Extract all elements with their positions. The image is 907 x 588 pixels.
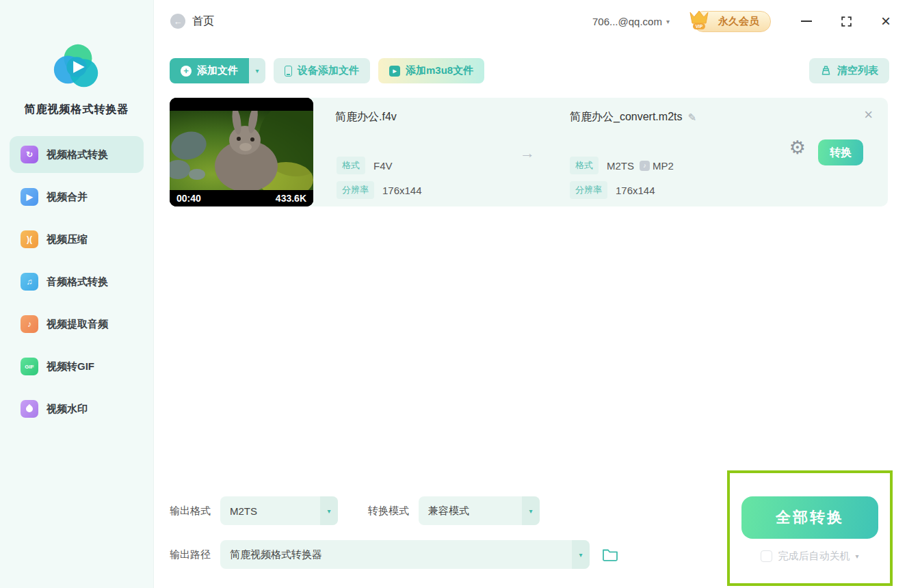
- fullscreen-icon: [841, 16, 852, 27]
- thumbnail-meta: 00:40 433.6K: [176, 193, 306, 204]
- chevron-down-icon: ▾: [320, 496, 338, 525]
- toolbar: + 添加文件 ▾ 设备添加文件 ▸ 添加m3u8文件 清空列表: [170, 58, 889, 83]
- video-to-gif-icon: GIF: [21, 358, 38, 375]
- auto-shutdown-row: 完成后自动关机 ▾: [761, 550, 858, 563]
- add-m3u8-button[interactable]: ▸ 添加m3u8文件: [378, 58, 484, 83]
- video-file-icon: ▸: [389, 66, 400, 77]
- account-email[interactable]: 706...@qq.com: [592, 16, 662, 27]
- sidebar-item-label: 音频格式转换: [47, 276, 108, 289]
- chevron-down-icon[interactable]: ▾: [855, 552, 858, 560]
- sidebar-item-video-watermark[interactable]: 视频水印: [10, 390, 144, 427]
- convert-button[interactable]: 转换: [818, 139, 863, 165]
- sidebar-item-extract-audio[interactable]: ♪ 视频提取音频: [10, 306, 144, 343]
- clear-list-label: 清空列表: [837, 64, 878, 77]
- output-path-row: 输出路径 简鹿视频格式转换器 ▾: [170, 540, 618, 569]
- video-merge-icon: ▶: [21, 188, 38, 206]
- source-format-value: F4V: [373, 160, 393, 172]
- add-file-split-button: + 添加文件 ▾: [170, 58, 265, 83]
- video-preview-image: [170, 98, 313, 206]
- extract-audio-icon: ♪: [21, 315, 38, 333]
- output-file-name: 简鹿办公_convert.m2ts: [570, 110, 682, 124]
- remove-file-icon[interactable]: ×: [864, 107, 873, 122]
- watermark-icon: [21, 400, 38, 418]
- app-window: 简鹿视频格式转换器 ↻ 视频格式转换 ▶ 视频合并 )( 视频压缩 ♫ 音频格式…: [0, 0, 907, 588]
- convert-mode-select[interactable]: 兼容模式 ▾: [419, 496, 540, 525]
- device-add-file-button[interactable]: 设备添加文件: [274, 58, 370, 83]
- maximize-button[interactable]: [841, 16, 852, 27]
- output-audio-codec: MP2: [653, 160, 674, 172]
- source-format-row: 格式 F4V: [337, 157, 393, 174]
- vip-badge[interactable]: VIP 永久会员: [693, 11, 771, 32]
- sidebar: 简鹿视频格式转换器 ↻ 视频格式转换 ▶ 视频合并 )( 视频压缩 ♫ 音频格式…: [0, 0, 154, 588]
- output-path-value: 简鹿视频格式转换器: [220, 548, 572, 561]
- sidebar-item-label: 视频水印: [47, 403, 88, 416]
- output-settings-row: 输出格式 M2TS ▾ 转换模式 兼容模式 ▾: [170, 496, 540, 525]
- source-file-name: 简鹿办公.f4v: [335, 110, 397, 124]
- sidebar-item-label: 视频格式转换: [47, 148, 108, 161]
- video-size: 433.6K: [276, 193, 306, 204]
- output-name-row: 简鹿办公_convert.m2ts ✎: [570, 110, 696, 124]
- output-format-value: M2TS: [607, 160, 634, 172]
- add-file-button[interactable]: + 添加文件: [170, 58, 249, 83]
- chevron-down-icon: ▾: [522, 496, 540, 525]
- window-controls: ×: [801, 14, 891, 28]
- back-button[interactable]: ←: [170, 14, 185, 29]
- convert-all-highlight-box: 全部转换 完成后自动关机 ▾: [727, 470, 893, 586]
- svg-text:VIP: VIP: [696, 24, 703, 29]
- folder-icon: [602, 548, 618, 561]
- output-resolution-value: 176x144: [616, 185, 655, 196]
- chevron-down-icon: ▾: [255, 67, 259, 75]
- convert-all-button[interactable]: 全部转换: [741, 496, 878, 539]
- sidebar-item-video-compress[interactable]: )( 视频压缩: [10, 221, 144, 258]
- open-folder-button[interactable]: [602, 548, 618, 561]
- sidebar-item-audio-format-convert[interactable]: ♫ 音频格式转换: [10, 263, 144, 300]
- video-duration: 00:40: [176, 193, 201, 204]
- output-format-row: 格式 M2TS ♪ MP2: [570, 157, 674, 174]
- app-logo-icon: [50, 40, 103, 93]
- plus-icon: +: [181, 66, 192, 77]
- sidebar-item-video-merge[interactable]: ▶ 视频合并: [10, 178, 144, 215]
- header: ← 首页 706...@qq.com ▾ VIP 永久会员: [154, 0, 907, 42]
- resolution-tag: 分辨率: [570, 181, 607, 199]
- app-title: 简鹿视频格式转换器: [0, 103, 153, 117]
- source-resolution-value: 176x144: [382, 185, 422, 196]
- convert-arrow-icon: →: [520, 144, 535, 162]
- minimize-icon: [801, 21, 812, 22]
- home-label[interactable]: 首页: [192, 14, 214, 29]
- output-path-label: 输出路径: [170, 548, 211, 561]
- output-format-selected: M2TS: [220, 505, 320, 517]
- output-format-label: 输出格式: [170, 505, 211, 518]
- chevron-down-icon: ▾: [572, 540, 590, 569]
- audio-codec-icon: ♪: [640, 161, 650, 171]
- device-add-label: 设备添加文件: [298, 64, 359, 77]
- add-file-dropdown[interactable]: ▾: [249, 58, 265, 83]
- convert-mode-label: 转换模式: [368, 505, 409, 518]
- auto-shutdown-checkbox[interactable]: [761, 550, 772, 562]
- video-thumbnail: 00:40 433.6K: [170, 98, 313, 206]
- sidebar-item-video-to-gif[interactable]: GIF 视频转GIF: [10, 348, 144, 385]
- output-path-select[interactable]: 简鹿视频格式转换器 ▾: [220, 540, 590, 569]
- edit-name-icon[interactable]: ✎: [687, 111, 696, 124]
- minimize-button[interactable]: [801, 21, 812, 22]
- format-tag: 格式: [570, 157, 599, 174]
- sidebar-item-video-format-convert[interactable]: ↻ 视频格式转换: [10, 136, 144, 173]
- close-button[interactable]: ×: [881, 14, 891, 28]
- main-panel: ← 首页 706...@qq.com ▾ VIP 永久会员: [154, 0, 907, 588]
- account-caret-icon[interactable]: ▾: [666, 18, 670, 25]
- sidebar-item-label: 视频转GIF: [47, 360, 94, 373]
- sidebar-item-label: 视频合并: [47, 191, 88, 204]
- clear-list-button[interactable]: 清空列表: [809, 58, 889, 83]
- header-right: 706...@qq.com ▾ VIP 永久会员: [592, 11, 891, 32]
- add-m3u8-label: 添加m3u8文件: [406, 64, 473, 77]
- video-compress-icon: )(: [21, 230, 38, 248]
- audio-convert-icon: ♫: [21, 273, 38, 291]
- sidebar-item-label: 视频压缩: [47, 233, 88, 246]
- convert-mode-selected: 兼容模式: [419, 505, 522, 518]
- video-convert-icon: ↻: [21, 146, 38, 163]
- add-file-label: 添加文件: [197, 64, 238, 77]
- output-format-select[interactable]: M2TS ▾: [220, 496, 338, 525]
- format-tag: 格式: [337, 157, 365, 174]
- phone-icon: [285, 66, 292, 77]
- settings-gear-icon[interactable]: ⚙: [789, 139, 806, 157]
- sidebar-item-label: 视频提取音频: [47, 318, 108, 331]
